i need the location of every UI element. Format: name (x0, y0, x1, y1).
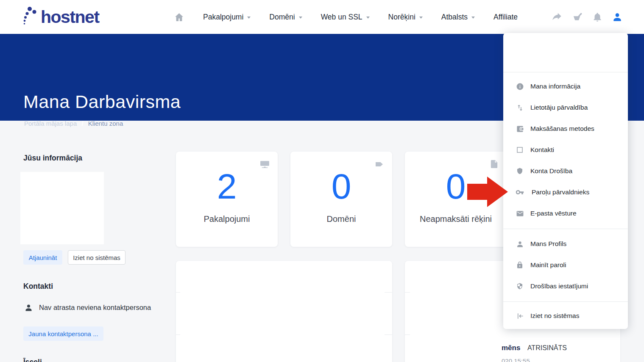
page-title: Mana Darbavirsma (23, 91, 181, 112)
sidebar-logout-button[interactable]: Iziet no sistēmas (68, 250, 125, 265)
swap-vertical-icon (516, 104, 524, 112)
logout-icon (516, 312, 524, 320)
main-navigation: Pakalpojumi Domēni Web un SSL Norēķini A… (174, 0, 518, 34)
basket-icon[interactable] (572, 11, 583, 23)
nav-item-norekini[interactable]: Norēķini (388, 13, 423, 22)
stat-card-services[interactable]: 2 Pakalpojumi (176, 152, 278, 247)
ticket-row: mēns ATRISINĀTS (502, 344, 567, 352)
chevron-down-icon (419, 17, 423, 19)
menu-item-mans-profils[interactable]: Mans Profils (503, 233, 628, 254)
stat-card-domains[interactable]: 0 Domēni (290, 152, 392, 247)
user-menu-header (503, 33, 628, 72)
user-icon[interactable] (612, 11, 623, 22)
menu-item-konta-drosiba[interactable]: Konta Drošība (503, 160, 628, 182)
shield-check-icon (516, 282, 524, 290)
user-dropdown-menu: Mana informācija Lietotāju pārvaldība Ma… (503, 33, 628, 329)
menu-item-drosibas-iestatijumi[interactable]: Drošības iestatījumi (503, 276, 628, 297)
row-divider-fragment (176, 292, 180, 293)
row-divider-fragment (385, 334, 392, 335)
menu-item-mainit-paroli[interactable]: Mainīt paroli (503, 254, 628, 276)
domains-label: Domēni (290, 214, 392, 224)
profile-image-placeholder (20, 172, 104, 244)
contacts-heading: Kontakti (23, 282, 53, 291)
lock-icon (516, 261, 524, 269)
square-icon (516, 146, 524, 154)
person-icon (24, 303, 33, 312)
navbar-actions (551, 0, 623, 34)
chevron-down-icon (471, 17, 475, 19)
nav-item-pakalpojumi[interactable]: Pakalpojumi (203, 13, 251, 22)
row-divider-fragment (405, 292, 410, 293)
unpaid-invoices-label: Neapmaksāti rēķini (405, 214, 507, 224)
contacts-empty-row: Nav atrasta neviena kontaktpersona (24, 303, 151, 312)
chevron-down-icon (366, 17, 370, 19)
ticket-timestamp-partial: 020 15:55 (502, 357, 530, 362)
menu-item-kontakti[interactable]: Kontakti (503, 139, 628, 160)
shortcuts-heading: Īsceļi (23, 358, 42, 362)
home-icon[interactable] (174, 12, 184, 22)
ticket-title-partial: mēns (502, 344, 520, 352)
shield-icon (516, 167, 524, 175)
brand-name: hostnet (41, 7, 99, 27)
menu-divider (503, 229, 628, 229)
mail-icon (516, 210, 524, 218)
row-divider-fragment (385, 292, 392, 293)
chevron-down-icon (247, 17, 251, 19)
row-divider-fragment (405, 334, 410, 335)
top-navbar: hostnet Pakalpojumi Domēni Web un SSL No… (0, 0, 644, 34)
menu-item-parolu-parvaldnieks[interactable]: Paroļu pārvaldnieks (503, 182, 628, 203)
contacts-empty-text: Nav atrasta neviena kontaktpersona (39, 304, 151, 312)
nav-item-domeni[interactable]: Domēni (269, 13, 302, 22)
red-arrow-annotation (467, 175, 509, 209)
person-icon (516, 240, 524, 248)
breadcrumb: Portāla mājas lapa / Klientu zona (24, 120, 123, 127)
menu-item-iziet-no-sistemas[interactable]: Iziet no sistēmas (503, 305, 628, 326)
your-info-heading: Jūsu informācija (23, 154, 82, 163)
forward-icon[interactable] (551, 11, 563, 23)
info-icon (516, 83, 524, 91)
domains-count: 0 (290, 166, 392, 207)
hostnet-logo[interactable]: hostnet (22, 0, 99, 34)
key-icon (516, 188, 524, 196)
services-count: 2 (176, 166, 278, 207)
menu-item-maksasanas-metodes[interactable]: Maksāšanas metodes (503, 118, 628, 139)
wallet-icon (516, 125, 524, 133)
row-divider-fragment (176, 334, 180, 335)
services-label: Pakalpojumi (176, 214, 278, 224)
content-card-left (176, 261, 392, 362)
bell-icon[interactable] (592, 11, 603, 22)
update-button[interactable]: Atjaunināt (23, 250, 62, 265)
ticket-status: ATRISINĀTS (527, 344, 567, 351)
hostnet-logo-dots-icon (22, 6, 38, 26)
new-contact-button[interactable]: Jauna kontaktpersona ... (23, 326, 103, 341)
menu-item-lietotaju-parvaldiba[interactable]: Lietotāju pārvaldība (503, 97, 628, 118)
nav-item-affiliate[interactable]: Affiliate (493, 13, 518, 22)
nav-item-atbalsts[interactable]: Atbalsts (441, 13, 475, 22)
chevron-down-icon (299, 17, 302, 19)
breadcrumb-home-link[interactable]: Portāla mājas lapa (24, 120, 77, 127)
breadcrumb-separator: / (81, 120, 83, 127)
nav-item-web-un-ssl[interactable]: Web un SSL (321, 13, 370, 22)
breadcrumb-current: Klientu zona (88, 120, 123, 127)
menu-item-mana-informacija[interactable]: Mana informācija (503, 76, 628, 97)
menu-item-epasta-vesture[interactable]: E-pasta vēsture (503, 203, 628, 224)
menu-divider (503, 301, 628, 302)
menu-divider (503, 72, 628, 72)
